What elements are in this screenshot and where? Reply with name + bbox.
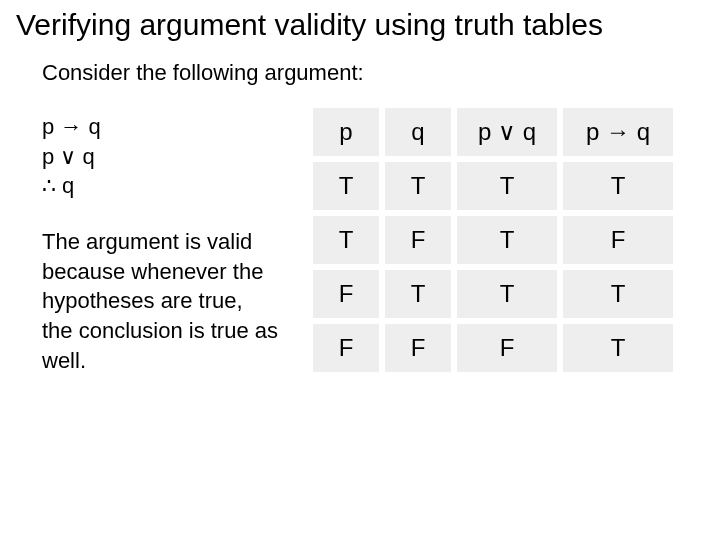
- cell: T: [385, 270, 451, 318]
- table-row: F F F T: [313, 324, 673, 372]
- slide: Verifying argument validity using truth …: [0, 0, 720, 540]
- cell: T: [313, 162, 379, 210]
- explanation-line: because whenever the: [42, 257, 302, 287]
- cell: T: [385, 162, 451, 210]
- truth-table: p q p ∨ q p → q T T T T T F T F F T T: [307, 102, 679, 378]
- col-header-p: p: [313, 108, 379, 156]
- cell: T: [457, 270, 557, 318]
- cell: F: [457, 324, 557, 372]
- cell: F: [385, 324, 451, 372]
- table-header-row: p q p ∨ q p → q: [313, 108, 673, 156]
- conclusion: ∴ q: [42, 171, 302, 201]
- slide-subtitle: Consider the following argument:: [42, 60, 708, 86]
- cell: F: [313, 324, 379, 372]
- cell: F: [563, 216, 673, 264]
- slide-title: Verifying argument validity using truth …: [16, 8, 708, 42]
- premise-2: p ∨ q: [42, 142, 302, 172]
- cell: F: [313, 270, 379, 318]
- cell: T: [563, 270, 673, 318]
- cell: T: [457, 216, 557, 264]
- cell: T: [563, 324, 673, 372]
- cell: F: [385, 216, 451, 264]
- cell: T: [313, 216, 379, 264]
- explanation-line: hypotheses are true,: [42, 286, 302, 316]
- table-row: T F T F: [313, 216, 673, 264]
- explanation-line: The argument is valid: [42, 227, 302, 257]
- cell: T: [457, 162, 557, 210]
- explanation-line: the conclusion is true as well.: [42, 316, 302, 375]
- cell: T: [563, 162, 673, 210]
- table-row: F T T T: [313, 270, 673, 318]
- col-header-p-or-q: p ∨ q: [457, 108, 557, 156]
- argument-block: p → q p ∨ q ∴ q: [42, 112, 302, 201]
- premise-1: p → q: [42, 112, 302, 142]
- table-row: T T T T: [313, 162, 673, 210]
- left-column: p → q p ∨ q ∴ q The argument is valid be…: [42, 112, 302, 376]
- explanation-block: The argument is valid because whenever t…: [42, 227, 302, 375]
- col-header-p-implies-q: p → q: [563, 108, 673, 156]
- col-header-q: q: [385, 108, 451, 156]
